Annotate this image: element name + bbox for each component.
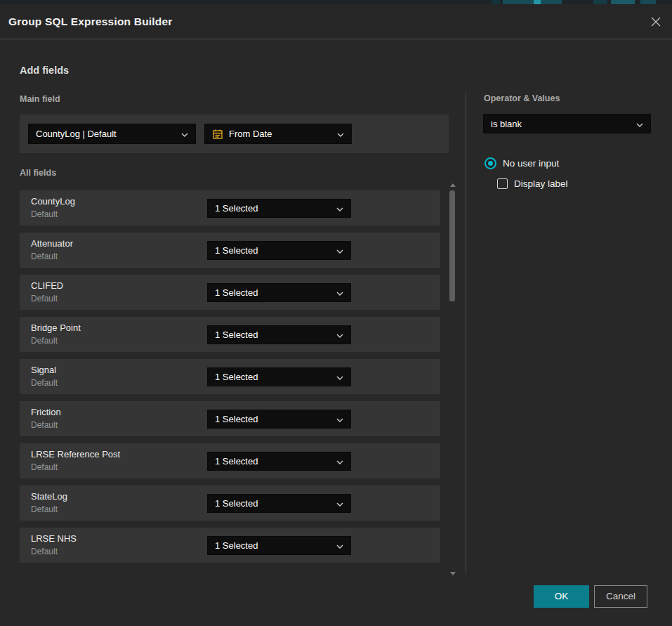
chevron-down-icon xyxy=(336,498,343,509)
field-selection-value: 1 Selected xyxy=(215,456,331,467)
main-field-panel: CountyLog | Default From Date xyxy=(20,115,449,153)
field-name: Signal xyxy=(31,365,56,375)
chevron-down-icon xyxy=(336,245,343,256)
field-name: LRSE NHS xyxy=(31,533,77,544)
field-row: StateLog Default 1 Selected xyxy=(20,485,440,521)
radio-dot xyxy=(488,161,493,166)
group-sql-expression-builder-dialog: Group SQL Expression Builder Add fields … xyxy=(0,4,672,626)
all-fields-label: All fields xyxy=(20,168,56,178)
no-user-input-label: No user input xyxy=(503,158,559,169)
field-selection-dropdown[interactable]: 1 Selected xyxy=(207,494,351,513)
chevron-down-icon xyxy=(636,119,643,129)
cancel-button[interactable]: Cancel xyxy=(594,585,647,608)
chevron-down-icon xyxy=(336,456,343,467)
field-selection-value: 1 Selected xyxy=(215,414,331,424)
field-source: Default xyxy=(31,378,58,388)
main-field-source-value: CountyLog | Default xyxy=(36,129,176,139)
field-source: Default xyxy=(31,252,58,261)
field-row: LRSE Reference Post Default 1 Selected xyxy=(20,443,440,478)
operator-values-heading: Operator & Values xyxy=(484,93,560,103)
operator-dropdown[interactable]: is blank xyxy=(483,114,651,133)
display-label-checkbox[interactable]: Display label xyxy=(497,178,568,189)
field-selection-dropdown[interactable]: 1 Selected xyxy=(207,199,351,218)
checkbox-unchecked-icon[interactable] xyxy=(497,178,508,189)
field-row: Attenuator Default 1 Selected xyxy=(20,233,440,268)
field-selection-dropdown[interactable]: 1 Selected xyxy=(207,367,351,386)
field-row: Bridge Point Default 1 Selected xyxy=(20,317,440,352)
calendar-date-icon xyxy=(212,129,223,140)
field-selection-value: 1 Selected xyxy=(215,498,331,509)
field-selection-value: 1 Selected xyxy=(215,203,331,214)
dialog-title: Group SQL Expression Builder xyxy=(8,4,173,39)
chevron-down-icon xyxy=(336,330,343,340)
scroll-up-icon[interactable] xyxy=(450,183,456,187)
no-user-input-radio[interactable]: No user input xyxy=(485,157,559,169)
field-selection-value: 1 Selected xyxy=(215,330,331,340)
main-field-field-dropdown[interactable]: From Date xyxy=(204,124,352,144)
add-fields-heading: Add fields xyxy=(20,65,69,76)
scroll-down-icon[interactable] xyxy=(450,572,456,575)
field-selection-value: 1 Selected xyxy=(215,245,331,256)
main-field-field-value: From Date xyxy=(229,129,331,139)
operator-value: is blank xyxy=(491,119,631,129)
scrollbar-thumb[interactable] xyxy=(449,190,455,301)
field-selection-dropdown[interactable]: 1 Selected xyxy=(207,283,351,302)
field-name: LRSE Reference Post xyxy=(31,449,120,459)
field-name: StateLog xyxy=(31,491,67,502)
field-source: Default xyxy=(31,209,58,219)
radio-selected-icon[interactable] xyxy=(485,157,496,169)
field-source: Default xyxy=(31,294,58,304)
field-row: Signal Default 1 Selected xyxy=(20,359,440,394)
field-source: Default xyxy=(31,336,58,346)
field-name: Attenuator xyxy=(31,238,73,249)
field-selection-value: 1 Selected xyxy=(215,372,331,382)
field-name: CLIFED xyxy=(31,280,63,291)
chevron-down-icon xyxy=(337,129,344,139)
field-selection-value: 1 Selected xyxy=(215,287,331,298)
field-source: Default xyxy=(31,420,58,430)
field-source: Default xyxy=(31,547,58,556)
field-row: CountyLog Default 1 Selected xyxy=(20,190,440,226)
chevron-down-icon xyxy=(336,372,343,382)
chevron-down-icon xyxy=(336,203,343,214)
list-scrollbar[interactable] xyxy=(448,182,458,577)
field-name: Bridge Point xyxy=(31,322,81,333)
field-row: Friction Default 1 Selected xyxy=(20,401,440,436)
screen: Group SQL Expression Builder Add fields … xyxy=(0,0,672,626)
chevron-down-icon xyxy=(336,540,343,551)
chevron-down-icon xyxy=(181,129,188,139)
field-selection-dropdown[interactable]: 1 Selected xyxy=(207,536,351,555)
display-label-text: Display label xyxy=(514,178,568,189)
dialog-header: Group SQL Expression Builder xyxy=(0,4,672,39)
field-row: CLIFED Default 1 Selected xyxy=(20,275,440,310)
field-selection-dropdown[interactable]: 1 Selected xyxy=(207,325,351,344)
field-source: Default xyxy=(31,504,58,514)
chevron-down-icon xyxy=(336,287,343,298)
panel-divider xyxy=(466,92,466,573)
field-selection-value: 1 Selected xyxy=(215,540,331,551)
all-fields-list: CountyLog Default 1 Selected Attenuator … xyxy=(20,190,440,570)
field-name: Friction xyxy=(31,407,61,417)
field-selection-dropdown[interactable]: 1 Selected xyxy=(207,410,351,429)
field-selection-dropdown[interactable]: 1 Selected xyxy=(207,241,351,260)
field-selection-dropdown[interactable]: 1 Selected xyxy=(207,452,351,471)
chevron-down-icon xyxy=(336,414,343,424)
field-source: Default xyxy=(31,462,58,472)
ok-button[interactable]: OK xyxy=(534,585,589,608)
main-field-label: Main field xyxy=(20,94,60,104)
main-field-source-dropdown[interactable]: CountyLog | Default xyxy=(28,124,196,144)
field-row: LRSE NHS Default 1 Selected xyxy=(20,528,440,563)
close-icon[interactable] xyxy=(649,16,663,30)
field-name: CountyLog xyxy=(31,196,75,207)
